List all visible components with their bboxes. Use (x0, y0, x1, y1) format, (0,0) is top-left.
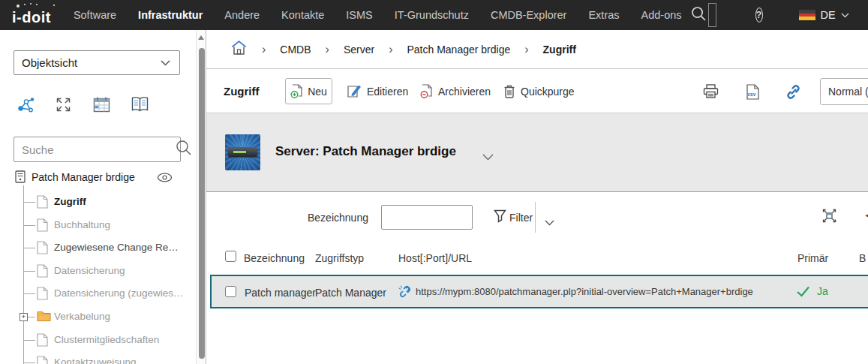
main-content: › CMDB › Server › Patch Manager brdige ›… (206, 30, 868, 364)
breadcrumb-separator: › (524, 43, 528, 56)
server-icon (15, 170, 26, 183)
object-header: Server: Patch Manager brdige (206, 113, 868, 192)
tree-item-datensicherung-zugewiesen[interactable]: Datensicherung (zugewies… (0, 284, 194, 302)
nav-item-cmdb-explorer[interactable]: CMDB-Explorer (491, 9, 567, 21)
logo-text: i-doit (12, 9, 51, 26)
tree-item-clustermitgliedschaften[interactable]: Clustermitgliedschaften (0, 331, 194, 349)
global-search (691, 3, 716, 27)
logbook-icon[interactable] (131, 96, 149, 116)
new-button[interactable]: Neu (285, 78, 332, 104)
fullscreen-expand-icon[interactable] (55, 96, 72, 116)
access-url-link[interactable]: https://mypm:8080/patchmanager.plp?initi… (398, 285, 753, 298)
filter-button[interactable]: Filter (509, 212, 533, 224)
new-button-label: Neu (308, 86, 327, 98)
eye-icon[interactable] (157, 172, 173, 185)
archive-button-label: Archivieren (438, 86, 491, 98)
breadcrumb-object[interactable]: Patch Manager brdige (407, 44, 510, 56)
chevron-down-icon (841, 13, 849, 18)
tree-item-zugriff[interactable]: Zugriff (0, 193, 194, 211)
calendar-icon[interactable] (93, 96, 110, 116)
tree-item-verkabelung[interactable]: + Verkabelung (0, 308, 194, 326)
edit-pencil-icon (347, 84, 362, 99)
view-mode-select[interactable]: Normal ( (820, 78, 868, 105)
cell-zugriffstyp: Patch Manager (315, 287, 386, 299)
nav-item-andere[interactable]: Andere (224, 9, 260, 21)
breadcrumb: › CMDB › Server › Patch Manager brdige ›… (206, 30, 868, 69)
chevron-down-icon[interactable] (545, 215, 554, 229)
breadcrumb-separator: › (389, 43, 392, 56)
column-header-truncated[interactable]: B (859, 252, 866, 264)
nav-item-it-grundschutz[interactable]: IT-Grundschutz (395, 9, 469, 21)
column-header-host-url[interactable]: Host[:Port]/URL (398, 252, 472, 264)
breadcrumb-cmdb[interactable]: CMDB (280, 44, 311, 56)
nav-item-extras[interactable]: Extras (588, 9, 619, 21)
help-icon[interactable]: ? (755, 8, 763, 23)
trash-icon (503, 84, 515, 99)
permalink-icon[interactable] (785, 84, 801, 103)
row-checkbox[interactable] (225, 286, 236, 297)
nav-item-infrastruktur[interactable]: Infrastruktur (138, 9, 203, 21)
page-icon (37, 195, 48, 212)
home-icon[interactable] (230, 40, 248, 59)
select-all-checkbox[interactable] (225, 251, 236, 262)
object-view-value: Objektsicht (22, 56, 77, 69)
breadcrumb-server[interactable]: Server (344, 44, 374, 56)
column-header-bezeichnung[interactable]: Bezeichnung (244, 252, 305, 264)
tree-item-buchhaltung[interactable]: Buchhaltung (0, 216, 194, 234)
chevron-down-icon (161, 60, 170, 66)
cell-bezeichnung: Patch manager (245, 287, 316, 299)
sidebar-scrollbar[interactable] (196, 30, 206, 364)
tree-expander-plus-icon[interactable]: + (20, 313, 28, 321)
object-image[interactable] (225, 134, 260, 170)
column-header-zugriffstyp[interactable]: Zugriffstyp (315, 252, 364, 264)
tree-item-kontaktzuweisung[interactable]: Kontaktzuweisung (0, 353, 194, 364)
tree-root-object[interactable]: Patch Manager brdige (15, 170, 135, 183)
quickpurge-button-label: Quickpurge (521, 86, 575, 98)
edit-button-label: Editieren (367, 86, 408, 98)
nav-item-isms[interactable]: ISMS (346, 9, 372, 21)
language-selector[interactable]: DE (799, 9, 849, 21)
sidebar-search (14, 137, 181, 162)
nav-item-add-ons[interactable]: Add-ons (641, 9, 682, 21)
edit-button[interactable]: Editieren (347, 78, 408, 104)
scroll-up-arrow-icon[interactable] (198, 35, 204, 40)
page-icon (37, 264, 48, 281)
filter-field-label: Bezeichnung (308, 212, 368, 224)
page-icon (37, 241, 48, 257)
object-view-select[interactable]: Objektsicht (14, 50, 180, 75)
page-icon (37, 287, 48, 303)
sidebar: Objektsicht Patch Ma (0, 30, 206, 364)
maximize-list-icon[interactable] (821, 208, 837, 227)
relations-graph-icon[interactable] (17, 96, 35, 117)
idoit-logo[interactable]: i-doit (12, 5, 51, 26)
breadcrumb-separator: › (326, 43, 329, 56)
nav-item-kontakte[interactable]: Kontakte (281, 9, 324, 21)
table-row[interactable]: Patch manager Patch Manager https://mypm… (210, 275, 868, 308)
quickpurge-button[interactable]: Quickpurge (503, 78, 575, 104)
tree-item-zugewiesene-change-requests[interactable]: Zugewiesene Change Re… (0, 239, 194, 257)
sidebar-search-input[interactable] (14, 143, 176, 156)
filter-input[interactable] (381, 205, 473, 230)
link-icon (398, 285, 411, 298)
svg-text:csv: csv (748, 92, 756, 97)
nav-item-software[interactable]: Software (74, 9, 116, 21)
search-icon[interactable] (691, 6, 707, 25)
funnel-icon[interactable] (494, 209, 506, 226)
scrollbar-thumb[interactable] (199, 48, 205, 359)
german-flag-icon (799, 10, 815, 20)
primary-status: Ja (796, 285, 828, 297)
chevron-down-icon[interactable] (482, 150, 494, 164)
tree-root-label: Patch Manager brdige (32, 171, 135, 183)
breadcrumb-zugriff[interactable]: Zugriff (543, 44, 576, 56)
top-navbar: i-doit Software Infrastruktur Andere Kon… (0, 0, 868, 30)
page-icon (37, 218, 48, 235)
csv-export-icon[interactable]: csv (746, 84, 759, 103)
archive-button[interactable]: Archivieren (420, 78, 491, 104)
column-header-primaer[interactable]: Primär (797, 252, 828, 264)
collapse-panel-arrow-icon[interactable]: ◀ (865, 211, 868, 219)
tree-item-datensicherung[interactable]: Datensicherung (0, 262, 194, 280)
global-search-input[interactable] (708, 3, 716, 27)
archive-minus-icon (420, 84, 433, 99)
folder-icon (37, 310, 51, 325)
print-icon[interactable] (703, 84, 719, 101)
